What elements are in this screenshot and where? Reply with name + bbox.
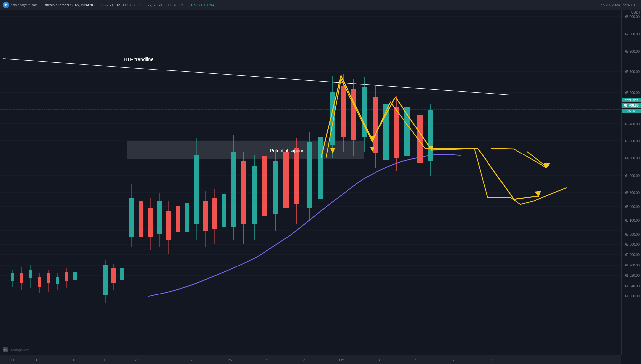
tradingview-watermark: TV TradingView: [3, 347, 29, 352]
price-63800: 63,800.00: [625, 191, 640, 194]
svg-text:Potential support: Potential support: [270, 148, 305, 153]
svg-rect-75: [283, 152, 289, 208]
svg-rect-23: [20, 273, 23, 283]
time-oct: Oct: [339, 358, 345, 362]
svg-rect-97: [404, 107, 410, 156]
btcusdt-tag: BTCUSDT: [622, 98, 641, 102]
site-logo: P: [3, 2, 9, 8]
svg-rect-101: [428, 110, 433, 161]
time-29: 29: [303, 358, 306, 362]
svg-rect-51: [166, 211, 171, 240]
svg-rect-25: [29, 270, 32, 278]
price-change: +16.93 (+0.03%): [187, 3, 214, 7]
svg-rect-81: [318, 137, 323, 199]
svg-rect-21: [11, 273, 14, 281]
svg-rect-47: [148, 208, 153, 237]
tv-text: TradingView: [9, 348, 29, 352]
svg-rect-41: [120, 268, 124, 280]
svg-line-105: [527, 152, 547, 167]
svg-line-19: [3, 59, 511, 95]
separator: ,: [40, 3, 41, 7]
svg-rect-83: [330, 92, 335, 145]
svg-rect-53: [176, 206, 180, 232]
svg-rect-35: [73, 272, 77, 280]
svg-rect-67: [241, 161, 246, 224]
svg-rect-61: [212, 198, 217, 229]
price-65400: 65,400.00: [625, 122, 640, 126]
svg-rect-71: [262, 156, 267, 216]
svg-rect-29: [47, 273, 50, 283]
tradingview-logo: TV: [3, 347, 8, 352]
price-63400: 63,400.00: [625, 205, 640, 208]
svg-rect-69: [252, 166, 257, 224]
chart-container: P parsiancrypto.com , Bitcoin / TetherUS…: [0, 0, 641, 364]
svg-rect-63: [222, 194, 226, 227]
svg-text:HTF trendline: HTF trendline: [124, 56, 153, 62]
chart-date: Sep 29, 2024 15:24 UTC: [598, 3, 638, 7]
svg-rect-55: [185, 203, 189, 232]
svg-marker-111: [543, 164, 550, 168]
site-name: parsiancrypto.com: [11, 3, 38, 7]
svg-rect-87: [351, 89, 356, 140]
time-23: 23: [191, 358, 194, 362]
svg-rect-33: [65, 272, 68, 281]
price-68000: 68,000.00: [625, 15, 640, 18]
current-price-tag: 65,708.85: [622, 103, 641, 108]
svg-rect-77: [294, 148, 299, 204]
time-axis: 11 13 16 18 20 23 25 27 29 Oct 3 5 7 9: [0, 355, 621, 364]
price-62200: 62,200.00: [625, 253, 640, 257]
price-61060: 61,060.00: [625, 294, 640, 298]
price-66700: 66,700.00: [625, 70, 640, 74]
svg-rect-37: [103, 265, 108, 295]
time-3: 3: [378, 358, 380, 362]
svg-rect-43: [129, 198, 134, 237]
svg-line-109: [491, 148, 514, 149]
svg-rect-91: [373, 97, 378, 153]
time-27: 27: [265, 358, 269, 362]
chart-pair: Bitcoin / TetherUS, 4h, BINANCE: [44, 3, 97, 7]
svg-rect-49: [157, 201, 162, 234]
price-61620: 61,620.00: [625, 274, 640, 277]
svg-rect-39: [111, 268, 116, 283]
price-67600: 67,600.00: [625, 32, 640, 36]
time-16: 16: [73, 358, 76, 362]
time-18: 18: [104, 358, 107, 362]
svg-rect-27: [38, 277, 41, 287]
svg-rect-31: [56, 277, 59, 284]
ohlc-values: O65,691.92 H65,850.00 L65,576.21 C65,708…: [101, 3, 184, 7]
time-9: 9: [490, 358, 492, 362]
svg-rect-79: [307, 142, 312, 208]
time-20: 20: [135, 358, 138, 362]
price-62500: 62,500.00: [625, 242, 640, 246]
price-64200: 64,200.00: [625, 174, 640, 177]
logo-area: P parsiancrypto.com: [3, 2, 38, 8]
usdt-top-label: USDT: [631, 11, 640, 14]
current-price-sub: 35.26: [622, 109, 641, 113]
price-65000: 65,000.00: [625, 139, 640, 143]
time-25: 25: [228, 358, 232, 362]
time-7: 7: [453, 358, 455, 362]
price-axis: USDT 68,000.00 67,600.00 67,200.00 66,70…: [621, 10, 641, 355]
time-11: 11: [11, 358, 14, 362]
time-13: 13: [36, 358, 39, 362]
price-66200: 66,200.00: [625, 91, 640, 95]
svg-rect-95: [394, 107, 399, 158]
top-bar: P parsiancrypto.com , Bitcoin / TetherUS…: [0, 0, 641, 10]
svg-line-110: [514, 149, 547, 168]
price-61900: 61,900.00: [625, 263, 640, 267]
svg-rect-45: [139, 201, 143, 237]
price-64600: 64,600.00: [625, 156, 640, 160]
chart-area[interactable]: HTF trendline Potential support: [0, 10, 621, 355]
price-67200: 67,200.00: [625, 49, 640, 53]
svg-text:TV: TV: [3, 349, 7, 352]
svg-rect-57: [194, 155, 199, 224]
svg-rect-73: [273, 161, 278, 214]
price-61340: 61,340.00: [625, 284, 640, 288]
time-5: 5: [415, 358, 417, 362]
svg-rect-59: [203, 201, 208, 231]
svg-rect-65: [231, 152, 236, 227]
svg-rect-85: [341, 86, 346, 137]
price-63100: 63,100.00: [625, 218, 640, 222]
price-62800: 62,800.00: [625, 232, 640, 236]
